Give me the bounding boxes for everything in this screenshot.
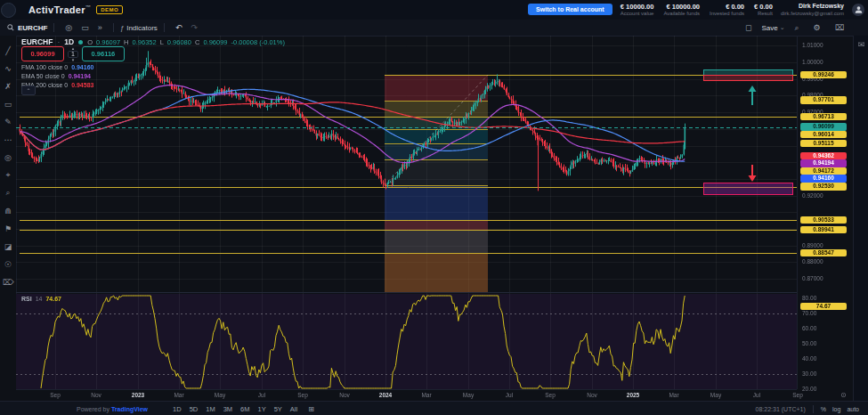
time-label: Sep	[784, 392, 811, 398]
time-label: 2025	[620, 392, 646, 398]
save-button[interactable]: Save ⌄	[761, 24, 784, 32]
time-scale[interactable]: SepNov2023MarMayJulSepNov2024MarMayJulSe…	[16, 389, 797, 402]
indicator-legend[interactable]: FMA 100 close 00.94160	[21, 63, 93, 72]
zoom-tool-icon[interactable]: ⌕	[3, 187, 14, 199]
indicator-name: EMA 50 close 0	[21, 72, 65, 81]
chart-type-icon[interactable]: ▭	[77, 23, 93, 32]
price-tick: 0.88000	[802, 258, 823, 264]
fx-icon: ƒ	[120, 24, 124, 32]
account-stat: € 10000.00Account value	[621, 4, 654, 17]
price-tag: 0.94160	[800, 175, 847, 183]
time-label: Nov	[83, 392, 110, 398]
show-hide-icon[interactable]: ☉	[3, 258, 14, 270]
account-stat: € 0.00Invested funds	[710, 4, 744, 17]
price-tag: 0.92530	[800, 183, 847, 191]
timeframe-1m[interactable]: 1M	[206, 405, 215, 413]
rsi-tick: 20.00	[802, 386, 816, 392]
ohlc-key: L	[160, 38, 164, 46]
time-label: Nov	[579, 392, 605, 398]
pane-divider[interactable]	[16, 294, 853, 295]
switch-to-real-account-button[interactable]: Switch to Real account	[528, 4, 612, 15]
rsi-legend[interactable]: RSI 14 74.67	[21, 296, 61, 302]
avatar[interactable]	[852, 4, 864, 16]
time-label: Jul	[248, 392, 275, 398]
timeframe-1y[interactable]: 1Y	[257, 405, 265, 413]
pattern-xabcd-icon[interactable]: ✗	[3, 80, 14, 92]
time-label: Mar	[166, 392, 192, 398]
shapes-icon[interactable]: ▭	[3, 98, 14, 110]
symbol-search-value: EURCHF	[18, 24, 47, 32]
timezone-icon[interactable]: ⊙	[840, 391, 847, 399]
alerts-icon[interactable]: ◎	[61, 23, 77, 32]
rsi-tick: 40.00	[802, 355, 816, 362]
brush-icon[interactable]: ✎	[3, 116, 14, 127]
zoom-icon[interactable]: ⌕	[791, 23, 804, 33]
powered-by[interactable]: Powered by TradingView	[77, 406, 148, 412]
collapse-legend-button[interactable]: ⌃	[21, 85, 36, 95]
price-tag: 0.96014	[800, 131, 847, 139]
timeframe-5d[interactable]: 5D	[190, 405, 199, 413]
messages-envelope-icon[interactable]: ✉	[858, 40, 865, 49]
timeframe-6m[interactable]: 6M	[240, 405, 249, 413]
timeframe-1d[interactable]: 1D	[173, 405, 182, 413]
camera-icon[interactable]: ⌧	[831, 23, 848, 32]
scale-log-button[interactable]: log	[832, 406, 840, 412]
price-chart-canvas[interactable]	[16, 36, 797, 389]
ohlc-value: 0.96352	[133, 38, 157, 46]
lock-all-icon[interactable]: ⋒	[3, 205, 14, 216]
market-open-dot	[78, 40, 83, 45]
timeframe-5y[interactable]: 5Y	[274, 405, 282, 413]
right-sidebar-strip: ✉	[853, 36, 868, 405]
flag-icon[interactable]: ⚑	[3, 223, 14, 234]
scale-auto-button[interactable]: auto	[847, 406, 859, 412]
indicator-legend[interactable]: EMA 50 close 00.94194	[21, 72, 93, 81]
time-label: Sep	[537, 392, 564, 398]
eraser-icon[interactable]: ◪	[3, 240, 14, 252]
change-value: -0.00008 (-0.01%)	[231, 38, 285, 46]
top-header-bar: ActivTrader™ DEMO Switch to Real account…	[0, 0, 868, 20]
magnet-icon[interactable]: ◎	[3, 151, 14, 163]
order-panel: 0.96099 ▴ 1 ▾ 0.96116	[21, 46, 125, 61]
fibonacci-icon[interactable]: ∿	[3, 62, 14, 74]
settings-gear-icon[interactable]: ⚙	[809, 23, 825, 32]
last-price-tag: 0.96099	[800, 123, 847, 131]
stat-value: € 10000.00	[666, 4, 700, 11]
trademark: ™	[85, 4, 91, 10]
quantity-stepper[interactable]: ▴ 1 ▾	[68, 46, 78, 61]
indicator-value: 0.94583	[71, 81, 93, 90]
price-scale[interactable]: 1.010001.000000.990000.980000.970000.930…	[797, 36, 854, 389]
indicators-button[interactable]: ƒ Indicators	[120, 24, 158, 32]
chart-legend[interactable]: EURCHF · 1D O0.96097H0.96352L0.96080C0.9…	[21, 37, 285, 46]
sell-button[interactable]: 0.96099	[21, 46, 64, 61]
redo-icon[interactable]: ↷	[186, 23, 202, 32]
text-icon[interactable]: ⋯	[3, 134, 14, 145]
time-label: May	[702, 392, 729, 398]
indicator-value: 0.94194	[69, 72, 91, 81]
screenshot-icon[interactable]: ⊞	[308, 405, 314, 413]
qty-up-icon[interactable]: ▴	[72, 46, 75, 51]
user-block[interactable]: Dirk Fetzowsky dirk.fetzowsky@gmail.com	[781, 3, 844, 17]
time-label: Mar	[413, 392, 440, 398]
account-stat: € 0.00Result	[754, 4, 773, 17]
measure-icon[interactable]: ⌖	[3, 169, 14, 181]
buy-button[interactable]: 0.96116	[82, 46, 125, 61]
symbol-search[interactable]: EURCHF	[7, 24, 47, 32]
ohlc-value: 0.96080	[167, 38, 191, 46]
layout-icon[interactable]: ◻	[741, 23, 756, 32]
remove-drawings-icon[interactable]: ⌦	[3, 276, 14, 288]
separator	[813, 405, 814, 413]
compare-icon[interactable]: »	[93, 23, 107, 32]
undo-icon[interactable]: ↶	[171, 23, 187, 32]
price-tag: 0.90533	[800, 216, 847, 224]
stat-value: € 10000.00	[621, 4, 654, 11]
chevron-down-icon: ⌄	[780, 24, 785, 31]
price-tag: 0.97701	[800, 96, 847, 104]
scale-%-button[interactable]: %	[821, 406, 826, 412]
trend-line-icon[interactable]: ╱	[3, 45, 14, 56]
tradingview-brand[interactable]: TradingView	[111, 406, 148, 412]
app-menu-button[interactable]	[1, 3, 16, 18]
qty-down-icon[interactable]: ▾	[72, 58, 75, 62]
timeframe-3m[interactable]: 3M	[223, 405, 232, 413]
timeframe-all[interactable]: All	[290, 405, 297, 413]
clock[interactable]: 08:22:31 (UTC+1)	[756, 406, 806, 412]
